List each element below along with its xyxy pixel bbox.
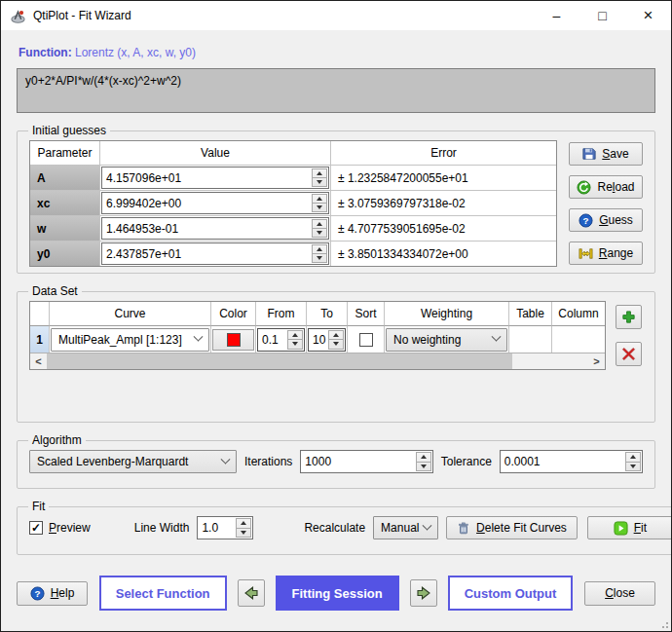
iterations-spinbox[interactable]: 1000 (300, 450, 432, 473)
spin-up-icon[interactable] (313, 169, 326, 178)
fit-wizard-dialog: QtiPlot - Fit Wizard – □ × Function: Lor… (0, 0, 672, 632)
spin-down-icon[interactable] (237, 529, 250, 538)
close-button[interactable]: Close (584, 581, 655, 606)
value-spinbox-xc[interactable]: 6.999402e+00 (101, 192, 329, 214)
help-icon: ? (30, 586, 45, 601)
question-icon: ? (579, 213, 593, 228)
spin-up-icon[interactable] (288, 331, 302, 341)
spin-down-icon[interactable] (329, 340, 343, 349)
table-cell (509, 326, 552, 353)
fit-title: Fit (28, 500, 49, 513)
range-button[interactable]: Range (569, 242, 643, 265)
spin-up-icon[interactable] (313, 245, 326, 254)
parameter-error: ± 4.7077539051695e-02 (331, 216, 556, 241)
custom-output-step-button[interactable]: Custom Output (448, 576, 574, 611)
next-step-button[interactable] (410, 579, 437, 607)
spin-up-icon[interactable] (313, 220, 326, 229)
initial-guesses-title: Initial guesses (28, 124, 110, 137)
delete-x-icon (621, 347, 636, 361)
horizontal-scrollbar[interactable]: < > (30, 353, 605, 369)
parameters-table: Parameter Value Error A 4.157096e+01 ± 1… (29, 140, 557, 267)
spin-down-icon[interactable] (313, 204, 326, 211)
svg-text:?: ? (34, 588, 40, 599)
parameter-name: w (30, 216, 100, 241)
svg-text:?: ? (583, 215, 589, 226)
preview-checkbox[interactable]: ✓ (29, 521, 43, 535)
formula-display: y0+2*A/PI*w/(4*(x-xc)^2+w^2) (17, 68, 655, 113)
chevron-down-icon (492, 332, 502, 342)
spin-down-icon[interactable] (313, 178, 326, 186)
arrow-right-icon (415, 584, 432, 602)
algorithm-select[interactable]: Scaled Levenberg-Marquardt (29, 450, 237, 473)
chevron-down-icon (221, 454, 231, 464)
recalculate-select[interactable]: Manual (373, 516, 438, 539)
resize-grip[interactable] (658, 618, 668, 628)
preview-label: Preview (49, 521, 91, 535)
spin-down-icon[interactable] (313, 254, 326, 262)
spin-up-icon[interactable] (417, 453, 430, 463)
column-header-sort: Sort (348, 302, 385, 326)
delete-dataset-button[interactable] (616, 342, 642, 366)
to-spinbox[interactable]: 10 (308, 328, 346, 352)
scroll-right-arrow-icon[interactable]: > (588, 353, 605, 369)
minimize-button[interactable]: – (534, 1, 579, 30)
save-button[interactable]: Save (569, 142, 643, 166)
curve-color-button[interactable] (212, 329, 254, 351)
minimize-icon: – (553, 8, 561, 23)
line-width-spinbox[interactable]: 1.0 (197, 516, 253, 539)
reload-button[interactable]: Reload (569, 175, 643, 199)
add-dataset-button[interactable] (616, 305, 642, 329)
fit-group: Fit ✓ Preview Line Width 1.0 Recalculate… (17, 500, 672, 555)
sort-checkbox[interactable] (359, 333, 373, 347)
from-spinbox[interactable]: 0.1 (257, 328, 305, 352)
spin-down-icon[interactable] (417, 463, 430, 471)
guess-button[interactable]: ? Guess (569, 208, 643, 232)
select-function-step-button[interactable]: Select Function (99, 576, 227, 611)
chevron-down-icon (423, 520, 432, 530)
value-spinbox-y0[interactable]: 2.437857e+01 (101, 242, 329, 265)
algorithm-group: Algorithm Scaled Levenberg-Marquardt Ite… (17, 433, 655, 489)
fitting-session-step-button[interactable]: Fitting Session (276, 576, 399, 611)
column-header-color: Color (211, 302, 256, 326)
help-button[interactable]: ? Help (17, 581, 88, 606)
spin-down-icon[interactable] (288, 340, 302, 349)
scroll-left-arrow-icon[interactable]: < (30, 353, 47, 369)
column-header-table: Table (509, 302, 552, 326)
column-header-curve: Curve (50, 302, 211, 326)
reload-icon (577, 180, 591, 195)
previous-step-button[interactable] (238, 579, 265, 607)
data-set-row: 1 MultiPeak_Ampl [1:123] (30, 326, 605, 353)
scrollbar-thumb[interactable] (47, 353, 512, 369)
delete-fit-curves-button[interactable]: Delete Fit Curves (446, 516, 578, 539)
arrow-left-icon (243, 584, 260, 602)
range-icon (579, 246, 593, 261)
algorithm-title: Algorithm (28, 433, 86, 447)
curve-select[interactable]: MultiPeak_Ampl [1:123] (51, 328, 209, 352)
trash-icon (457, 521, 470, 536)
tolerance-spinbox[interactable]: 0.0001 (500, 450, 643, 473)
function-signature: Lorentz (x, A, xc, w, y0) (75, 46, 196, 59)
column-header-from: From (256, 302, 307, 326)
close-window-button[interactable]: × (625, 1, 671, 30)
maximize-button[interactable]: □ (579, 1, 625, 30)
run-fit-icon (614, 521, 628, 536)
fit-button[interactable]: Fit (587, 516, 672, 539)
weighting-select[interactable]: No weighting (386, 328, 507, 352)
chevron-down-icon (194, 332, 204, 342)
qtiplot-logo-icon (10, 8, 26, 24)
spin-down-icon[interactable] (626, 463, 640, 471)
preview-option[interactable]: ✓ Preview (29, 521, 91, 535)
line-width-label: Line Width (134, 521, 190, 535)
spin-up-icon[interactable] (313, 195, 326, 204)
spin-up-icon[interactable] (237, 519, 250, 529)
column-header-column: Column (552, 302, 605, 326)
value-spinbox-w[interactable]: 1.464953e-01 (101, 217, 329, 240)
iterations-label: Iterations (244, 455, 292, 468)
spin-up-icon[interactable] (329, 331, 343, 341)
color-swatch (227, 333, 241, 347)
maximize-icon: □ (598, 8, 606, 23)
value-spinbox-a[interactable]: 4.157096e+01 (101, 167, 329, 189)
column-cell (552, 326, 605, 353)
spin-up-icon[interactable] (626, 453, 640, 463)
spin-down-icon[interactable] (313, 229, 326, 237)
